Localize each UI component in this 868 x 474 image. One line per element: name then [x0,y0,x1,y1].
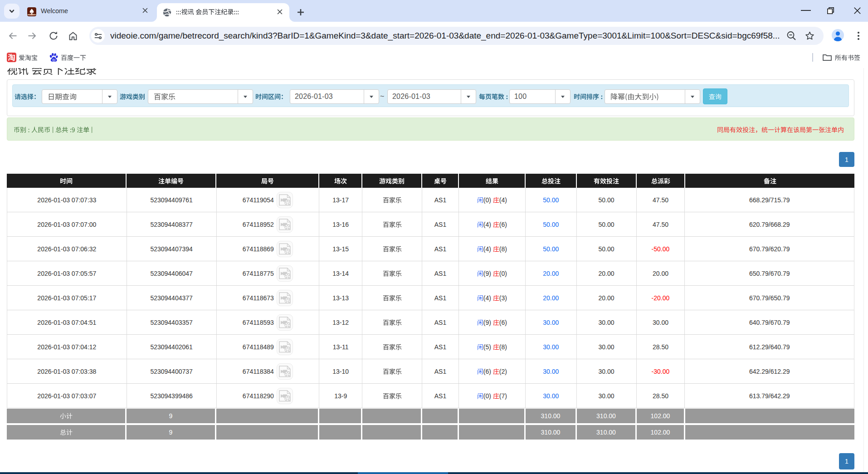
svg-text:du: du [52,58,56,61]
